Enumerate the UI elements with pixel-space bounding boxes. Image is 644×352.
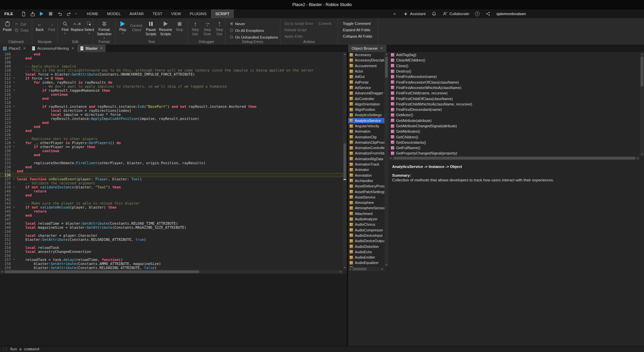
class-item-assetpatchsettings[interactable]: AssetPatchSettings — [348, 189, 384, 194]
member-item-getactor[interactable]: GetActor() — [389, 112, 640, 118]
code-line-132[interactable]: 132 — [0, 157, 343, 161]
close-icon[interactable]: × — [381, 47, 383, 50]
fold-arrow-icon[interactable]: ▾ — [11, 145, 17, 149]
drag-grip-icon[interactable]: ⋮⋮ — [2, 347, 8, 351]
member-item-getattribute[interactable]: GetAttribute(attribute) — [389, 118, 640, 123]
fold-arrow-icon[interactable]: ▾ — [11, 80, 17, 84]
collaborate-button[interactable]: Collaborate — [442, 11, 469, 16]
scroll-down-icon[interactable]: ▼ — [343, 266, 347, 270]
scroll-up-icon[interactable]: ▲ — [640, 52, 644, 56]
scroll-down-icon[interactable]: ▼ — [384, 263, 388, 267]
code-line-137[interactable]: 137▾local function onReloadEvent(player:… — [0, 177, 343, 181]
code-line-124[interactable]: 124 end — [0, 125, 343, 129]
class-item-attachment[interactable]: Attachment — [348, 211, 384, 216]
class-item-adgui[interactable]: AdGui — [348, 74, 384, 79]
class-item-animationclip[interactable]: AnimationClip — [348, 134, 384, 139]
scrollbar-thumb[interactable] — [353, 268, 367, 270]
command-bar[interactable]: ⋮⋮ Run a command — [0, 346, 644, 352]
back-button[interactable]: ← Back — [34, 19, 46, 32]
debug-errors-option-1[interactable]: On All Exceptions — [230, 28, 278, 33]
code-line-153[interactable]: 153 — [0, 241, 343, 246]
scroll-right-icon[interactable]: ► — [380, 267, 384, 271]
code-line-108[interactable]: 108 — [0, 60, 343, 64]
class-item-audiodeviceoutput[interactable]: AudioDeviceOutput — [348, 238, 384, 244]
publish-icon[interactable] — [30, 11, 35, 16]
scroll-left-icon[interactable]: ◄ — [389, 156, 393, 160]
code-line-109[interactable]: 109 -- Apply physics impulse — [0, 64, 343, 68]
member-item-getdescendants[interactable]: GetDescendants() — [389, 140, 640, 145]
class-item-angularvelocity[interactable]: AngularVelocity — [348, 123, 384, 129]
class-item-aircontroller[interactable]: AirController — [348, 96, 384, 101]
class-item-animator[interactable]: Animator — [348, 167, 384, 172]
class-item-audioemitter[interactable]: AudioEmitter — [348, 255, 384, 260]
undo-icon[interactable] — [57, 11, 62, 16]
class-item-animationclipprovider[interactable]: AnimationClipProvider — [348, 140, 384, 145]
fold-arrow-icon[interactable]: ▾ — [11, 141, 17, 145]
class-item-alignorientation[interactable]: AlignOrientation — [348, 101, 384, 107]
member-item-findfirstancestor[interactable]: FindFirstAncestor(name) — [389, 74, 640, 79]
scrollbar-thumb[interactable] — [385, 57, 388, 78]
scroll-down-icon[interactable]: ▼ — [640, 152, 644, 156]
code-line-143[interactable]: 143 -- Make sure the player is able to r… — [0, 201, 343, 205]
class-item-atmosphere[interactable]: Atmosphere — [348, 200, 384, 205]
code-line-158[interactable]: 158 blaster:SetAttribute(Constants.AMMO_… — [0, 262, 343, 266]
member-item-findfirstancestorwhichisa[interactable]: FindFirstAncestorWhichIsA(className) — [389, 85, 640, 90]
format-selection-button[interactable]: Format Selection ▾ — [95, 19, 114, 40]
code-line-155[interactable]: 155 local ancestryChangedConnection — [0, 250, 343, 254]
ribbon-tab-script[interactable]: SCRIPT — [211, 9, 234, 18]
class-item-animationtrack[interactable]: AnimationTrack — [348, 162, 384, 167]
class-item-accessorydescription[interactable]: AccessoryDescription — [348, 57, 384, 63]
step-into-button[interactable]: Step Into — [189, 19, 201, 36]
code-line-107[interactable]: 107 end — [0, 56, 343, 60]
run-icon[interactable] — [39, 11, 44, 16]
current-mode-dropdown[interactable]: Current: Client — [129, 19, 144, 32]
code-line-110[interactable]: 110 -- This is the most straightforward … — [0, 68, 343, 72]
action-reload-script[interactable]: Reload Script — [284, 28, 313, 32]
code-line-151[interactable]: 151 local character = player.Character — [0, 233, 343, 237]
member-item-clone[interactable]: Clone() — [389, 63, 640, 69]
class-item-archandles[interactable]: ArcHandles — [348, 178, 384, 183]
class-item-analyticssettings[interactable]: AnalyticsSettings — [348, 112, 384, 118]
class-item-audiodistortion[interactable]: AudioDistortion — [348, 244, 384, 249]
code-line-128[interactable]: 128▾ for _, otherPlayer in Players:GetPl… — [0, 141, 343, 145]
share-icon[interactable] — [485, 11, 491, 16]
script-editor[interactable]: 106 end107 end108109 -- Apply physics im… — [0, 52, 347, 274]
code-line-138[interactable]: 138 -- Validate the received argument — [0, 181, 343, 185]
class-item-audioecho[interactable]: AudioEcho — [348, 249, 384, 255]
class-item-assetservice[interactable]: AssetService — [348, 194, 384, 200]
class-item-annotation[interactable]: Annotation — [348, 173, 384, 178]
class-item-alignposition[interactable]: AlignPosition — [348, 107, 384, 112]
code-line-121[interactable]: 121 local impulse = direction * force — [0, 113, 343, 117]
scrollbar-thumb[interactable] — [393, 157, 635, 160]
debug-errors-option-0[interactable]: Never — [230, 21, 278, 27]
scroll-left-icon[interactable]: ◄ — [348, 267, 352, 271]
tab-blaster[interactable]: Blaster × — [77, 45, 106, 52]
ribbon-tab-model[interactable]: MODEL — [103, 9, 125, 18]
code-line-129[interactable]: 129▾ if otherPlayer == player then — [0, 145, 343, 149]
member-item-findfirstancestorofclass[interactable]: FindFirstAncestorOfClass(className) — [389, 79, 640, 85]
paste-button[interactable]: Paste — [1, 19, 13, 32]
member-item-getchildren[interactable]: GetChildren() — [389, 134, 640, 139]
replace-button[interactable]: A→B Replace — [71, 19, 83, 32]
button-collapse-all-folds[interactable]: Collapse All Folds — [343, 34, 372, 38]
scrollbar-thumb[interactable] — [343, 143, 346, 179]
fold-arrow-icon[interactable]: ▾ — [11, 177, 17, 181]
close-icon[interactable]: × — [100, 47, 103, 50]
action-commit[interactable]: Commit — [319, 21, 331, 26]
class-item-animation[interactable]: Animation — [348, 129, 384, 134]
code-line-119[interactable]: 119▾ if rayResult.instance and rayResult… — [0, 104, 343, 108]
code-line-141[interactable]: 141 end — [0, 193, 343, 197]
close-icon[interactable]: × — [71, 47, 74, 50]
scroll-up-icon[interactable]: ▲ — [343, 52, 347, 56]
tab-object-browser[interactable]: Object Browser × — [348, 45, 386, 52]
code-line-111[interactable]: 111 local force = blaster:GetAttribute(C… — [0, 72, 343, 76]
action-apply-edits[interactable]: Apply Edits — [284, 34, 313, 38]
tab-place2[interactable]: Place2 × — [0, 45, 29, 52]
code-line-159[interactable]: 159 blaster:SetAttribute(Constants.RELOA… — [0, 266, 343, 270]
save-icon[interactable] — [21, 11, 26, 16]
class-item-audiocompressor[interactable]: AudioCompressor — [348, 227, 384, 233]
fold-arrow-icon[interactable]: ▾ — [11, 88, 17, 92]
code-line-122[interactable]: 122 rayResult.instance:ApplyImpulseAtPos… — [0, 117, 343, 121]
notifications-bell-icon[interactable] — [431, 11, 437, 16]
redo-dropdown-caret[interactable]: ▾ — [75, 12, 76, 15]
